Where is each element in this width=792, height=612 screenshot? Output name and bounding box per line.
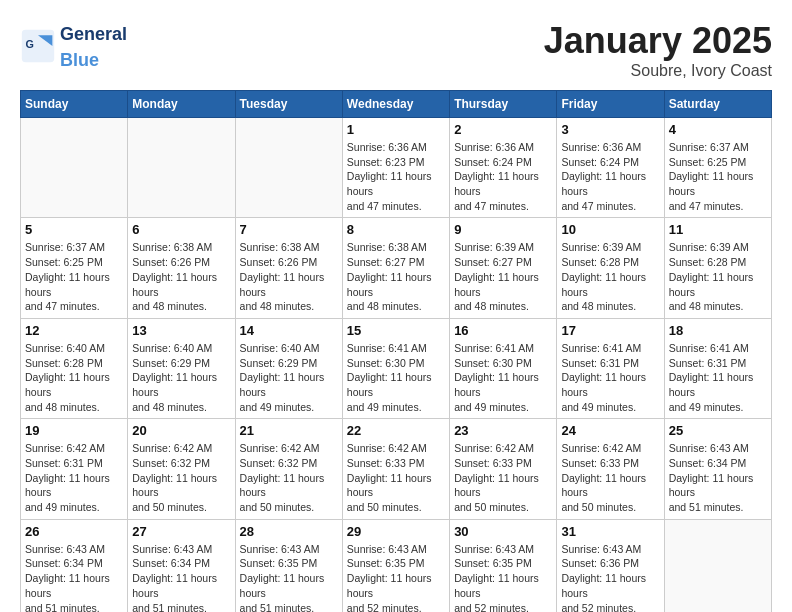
day-info: Sunrise: 6:42 AMSunset: 6:32 PMDaylight:…	[240, 441, 338, 514]
day-number: 3	[561, 122, 659, 137]
calendar-week-5: 26Sunrise: 6:43 AMSunset: 6:34 PMDayligh…	[21, 519, 772, 612]
day-info: Sunrise: 6:41 AMSunset: 6:30 PMDaylight:…	[454, 341, 552, 414]
day-info: Sunrise: 6:43 AMSunset: 6:35 PMDaylight:…	[347, 542, 445, 612]
day-number: 30	[454, 524, 552, 539]
day-header-monday: Monday	[128, 91, 235, 118]
day-info: Sunrise: 6:36 AMSunset: 6:24 PMDaylight:…	[561, 140, 659, 213]
day-number: 28	[240, 524, 338, 539]
calendar-cell: 23Sunrise: 6:42 AMSunset: 6:33 PMDayligh…	[450, 419, 557, 519]
day-info: Sunrise: 6:36 AMSunset: 6:23 PMDaylight:…	[347, 140, 445, 213]
calendar-cell: 5Sunrise: 6:37 AMSunset: 6:25 PMDaylight…	[21, 218, 128, 318]
day-number: 7	[240, 222, 338, 237]
day-info: Sunrise: 6:39 AMSunset: 6:28 PMDaylight:…	[561, 240, 659, 313]
day-number: 31	[561, 524, 659, 539]
day-number: 9	[454, 222, 552, 237]
day-info: Sunrise: 6:43 AMSunset: 6:34 PMDaylight:…	[25, 542, 123, 612]
calendar-cell: 31Sunrise: 6:43 AMSunset: 6:36 PMDayligh…	[557, 519, 664, 612]
day-info: Sunrise: 6:43 AMSunset: 6:36 PMDaylight:…	[561, 542, 659, 612]
calendar-cell	[21, 118, 128, 218]
day-number: 20	[132, 423, 230, 438]
month-title: January 2025	[544, 20, 772, 62]
day-number: 21	[240, 423, 338, 438]
calendar-cell: 3Sunrise: 6:36 AMSunset: 6:24 PMDaylight…	[557, 118, 664, 218]
day-number: 25	[669, 423, 767, 438]
logo: G General Blue	[20, 20, 127, 72]
calendar-cell	[128, 118, 235, 218]
calendar-cell: 1Sunrise: 6:36 AMSunset: 6:23 PMDaylight…	[342, 118, 449, 218]
day-number: 5	[25, 222, 123, 237]
calendar-header-row: SundayMondayTuesdayWednesdayThursdayFrid…	[21, 91, 772, 118]
day-number: 8	[347, 222, 445, 237]
calendar-cell: 17Sunrise: 6:41 AMSunset: 6:31 PMDayligh…	[557, 318, 664, 418]
day-number: 14	[240, 323, 338, 338]
day-number: 13	[132, 323, 230, 338]
day-number: 15	[347, 323, 445, 338]
calendar-cell: 12Sunrise: 6:40 AMSunset: 6:28 PMDayligh…	[21, 318, 128, 418]
day-header-thursday: Thursday	[450, 91, 557, 118]
calendar-cell: 21Sunrise: 6:42 AMSunset: 6:32 PMDayligh…	[235, 419, 342, 519]
calendar-cell: 25Sunrise: 6:43 AMSunset: 6:34 PMDayligh…	[664, 419, 771, 519]
day-number: 29	[347, 524, 445, 539]
day-info: Sunrise: 6:42 AMSunset: 6:33 PMDaylight:…	[454, 441, 552, 514]
logo-blue: Blue	[60, 50, 99, 70]
day-number: 1	[347, 122, 445, 137]
calendar-week-4: 19Sunrise: 6:42 AMSunset: 6:31 PMDayligh…	[21, 419, 772, 519]
calendar-cell: 18Sunrise: 6:41 AMSunset: 6:31 PMDayligh…	[664, 318, 771, 418]
day-number: 4	[669, 122, 767, 137]
title-block: January 2025 Soubre, Ivory Coast	[544, 20, 772, 80]
calendar-cell: 14Sunrise: 6:40 AMSunset: 6:29 PMDayligh…	[235, 318, 342, 418]
day-number: 19	[25, 423, 123, 438]
day-info: Sunrise: 6:43 AMSunset: 6:34 PMDaylight:…	[669, 441, 767, 514]
day-number: 11	[669, 222, 767, 237]
day-info: Sunrise: 6:37 AMSunset: 6:25 PMDaylight:…	[25, 240, 123, 313]
calendar-cell: 13Sunrise: 6:40 AMSunset: 6:29 PMDayligh…	[128, 318, 235, 418]
day-info: Sunrise: 6:38 AMSunset: 6:27 PMDaylight:…	[347, 240, 445, 313]
day-header-saturday: Saturday	[664, 91, 771, 118]
day-info: Sunrise: 6:42 AMSunset: 6:33 PMDaylight:…	[561, 441, 659, 514]
calendar-cell: 11Sunrise: 6:39 AMSunset: 6:28 PMDayligh…	[664, 218, 771, 318]
calendar-cell: 4Sunrise: 6:37 AMSunset: 6:25 PMDaylight…	[664, 118, 771, 218]
day-info: Sunrise: 6:38 AMSunset: 6:26 PMDaylight:…	[240, 240, 338, 313]
calendar-cell: 6Sunrise: 6:38 AMSunset: 6:26 PMDaylight…	[128, 218, 235, 318]
calendar-cell: 26Sunrise: 6:43 AMSunset: 6:34 PMDayligh…	[21, 519, 128, 612]
day-header-friday: Friday	[557, 91, 664, 118]
day-header-sunday: Sunday	[21, 91, 128, 118]
day-info: Sunrise: 6:42 AMSunset: 6:33 PMDaylight:…	[347, 441, 445, 514]
day-info: Sunrise: 6:40 AMSunset: 6:29 PMDaylight:…	[132, 341, 230, 414]
day-number: 6	[132, 222, 230, 237]
day-number: 2	[454, 122, 552, 137]
logo-icon: G	[20, 28, 56, 64]
calendar-cell: 16Sunrise: 6:41 AMSunset: 6:30 PMDayligh…	[450, 318, 557, 418]
calendar-table: SundayMondayTuesdayWednesdayThursdayFrid…	[20, 90, 772, 612]
day-info: Sunrise: 6:42 AMSunset: 6:32 PMDaylight:…	[132, 441, 230, 514]
day-number: 18	[669, 323, 767, 338]
day-info: Sunrise: 6:39 AMSunset: 6:27 PMDaylight:…	[454, 240, 552, 313]
day-number: 17	[561, 323, 659, 338]
calendar-cell: 29Sunrise: 6:43 AMSunset: 6:35 PMDayligh…	[342, 519, 449, 612]
page-header: G General Blue January 2025 Soubre, Ivor…	[20, 20, 772, 80]
calendar-cell: 8Sunrise: 6:38 AMSunset: 6:27 PMDaylight…	[342, 218, 449, 318]
day-info: Sunrise: 6:41 AMSunset: 6:30 PMDaylight:…	[347, 341, 445, 414]
day-info: Sunrise: 6:37 AMSunset: 6:25 PMDaylight:…	[669, 140, 767, 213]
day-number: 16	[454, 323, 552, 338]
day-info: Sunrise: 6:40 AMSunset: 6:28 PMDaylight:…	[25, 341, 123, 414]
day-info: Sunrise: 6:39 AMSunset: 6:28 PMDaylight:…	[669, 240, 767, 313]
calendar-cell	[235, 118, 342, 218]
day-number: 22	[347, 423, 445, 438]
calendar-cell: 9Sunrise: 6:39 AMSunset: 6:27 PMDaylight…	[450, 218, 557, 318]
day-info: Sunrise: 6:42 AMSunset: 6:31 PMDaylight:…	[25, 441, 123, 514]
calendar-week-2: 5Sunrise: 6:37 AMSunset: 6:25 PMDaylight…	[21, 218, 772, 318]
calendar-cell: 10Sunrise: 6:39 AMSunset: 6:28 PMDayligh…	[557, 218, 664, 318]
day-info: Sunrise: 6:43 AMSunset: 6:35 PMDaylight:…	[454, 542, 552, 612]
calendar-cell: 2Sunrise: 6:36 AMSunset: 6:24 PMDaylight…	[450, 118, 557, 218]
day-info: Sunrise: 6:36 AMSunset: 6:24 PMDaylight:…	[454, 140, 552, 213]
svg-text:G: G	[25, 38, 33, 50]
calendar-cell: 20Sunrise: 6:42 AMSunset: 6:32 PMDayligh…	[128, 419, 235, 519]
calendar-cell: 24Sunrise: 6:42 AMSunset: 6:33 PMDayligh…	[557, 419, 664, 519]
calendar-cell: 22Sunrise: 6:42 AMSunset: 6:33 PMDayligh…	[342, 419, 449, 519]
day-info: Sunrise: 6:38 AMSunset: 6:26 PMDaylight:…	[132, 240, 230, 313]
day-number: 24	[561, 423, 659, 438]
day-info: Sunrise: 6:43 AMSunset: 6:35 PMDaylight:…	[240, 542, 338, 612]
day-info: Sunrise: 6:41 AMSunset: 6:31 PMDaylight:…	[561, 341, 659, 414]
location-subtitle: Soubre, Ivory Coast	[544, 62, 772, 80]
